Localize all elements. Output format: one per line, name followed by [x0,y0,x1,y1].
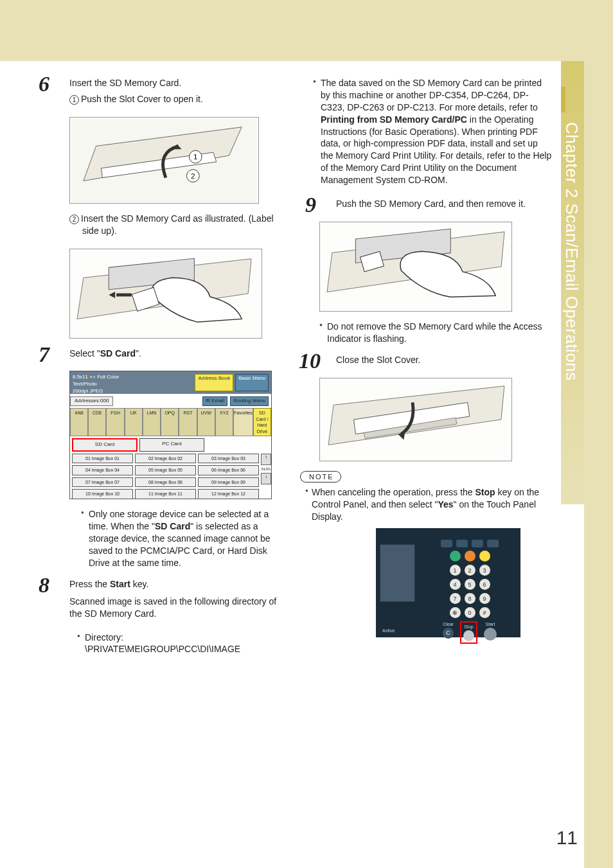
lcd-routing-menu-btn[interactable]: Routing Menu [230,396,269,406]
lcd-scroll: ↑ 01/01 ↓ [261,454,271,499]
substep-marker-1: 1 [69,95,79,105]
lcd-tab[interactable]: LMN [143,408,161,436]
lcd-tab[interactable]: RST [179,408,197,436]
lcd-image-box[interactable]: 09 Image Box 09 [198,477,259,487]
lcd-row2: Addresses:000 ✉ Email Routing Menu [70,394,271,408]
step-6-sub1: 1Push the Slot Cover to open it. [69,93,286,105]
lcd-tab[interactable]: UVW [197,408,215,436]
panel-fn-btn[interactable] [456,540,468,547]
keypad-5[interactable]: 5 [465,579,475,590]
stop-button[interactable] [463,630,474,641]
t: The data saved on the SD Memory Card can… [321,78,542,112]
stop-highlight: Stop [460,621,477,643]
keypad-0[interactable]: 0 [465,607,475,618]
lcd-pc-card-btn[interactable]: PC Card [139,438,204,452]
step-8: 8 Press the Start key. Scanned image is … [39,578,286,620]
step-7-bullet: Only one storage device can be selected … [81,508,286,569]
keypad-7[interactable]: 7 [450,593,461,604]
lcd-image-box[interactable]: 02 Image Box 02 [135,454,196,463]
t-bold: Printing from SD Memory Card/PC [321,114,467,125]
lcd-image-box[interactable]: 04 Image Box 04 [72,465,133,475]
keypad-6[interactable]: 6 [479,579,490,590]
step-6: 6 Insert the SD Memory Card. 1Push the S… [39,77,286,105]
stop-label: Stop [464,624,473,630]
keypad-hash[interactable]: # [479,607,490,618]
step-number: 7 [39,340,49,369]
content: 6 Insert the SD Memory Card. 1Push the S… [39,77,553,664]
figure-insert-card [69,249,262,339]
lcd-email-btn[interactable]: ✉ Email [202,396,227,406]
lcd-tab-sd-hdd[interactable]: SD Card / Hard Drive [253,408,271,436]
lcd-mode: Text/Photo [73,381,97,387]
scroll-up-icon[interactable]: ↑ [261,454,271,465]
t-bold: SD Card [100,348,136,359]
lcd-image-box[interactable]: 01 Image Box 01 [72,454,133,463]
step-6-sub2-wrap: 2Insert the SD Memory Card as illustrate… [39,213,286,237]
keypad-8[interactable]: 8 [465,593,475,604]
keypad-4[interactable]: 4 [450,579,461,590]
t-bold: Start [110,579,130,589]
dir-path: \PRIVATE\MEIGROUP\PCC\DI\IMAGE [85,644,240,654]
scroll-down-icon[interactable]: ↓ [261,473,271,484]
step-number: 10 [299,346,321,376]
lcd-color: Full Color [97,374,119,380]
lcd-sd-card-btn[interactable]: SD Card [72,438,138,452]
lcd-info: 8.5x11 ●● Full Color Text/Photo 200dpi J… [70,371,121,394]
clear-label: Clear [443,621,454,627]
lcd-res: 200dpi JPEG [73,388,103,394]
lcd-image-box[interactable]: 12 Image Box 12 [198,489,259,499]
lcd-basic-menu-btn[interactable]: Basic Menu [235,374,269,391]
start-button[interactable] [484,628,497,641]
lcd-address-book-btn[interactable]: Address Book [195,374,233,391]
keypad-2[interactable]: 2 [465,565,475,576]
step-number: 6 [39,69,49,99]
lcd-tab[interactable]: IJK [125,408,143,436]
keypad-1[interactable]: 1 [450,565,461,576]
t-bold: Yes [438,499,453,509]
lcd-tab-favorites[interactable]: Favorites [233,408,253,436]
lcd-alpha-tabs: #AB CDE FGH IJK LMN OPQ RST UVW XYZ Favo… [70,408,271,436]
lcd-storage-select: SD Card PC Card [70,436,271,454]
clear-button[interactable]: C [443,628,454,639]
lcd-tab[interactable]: #AB [70,408,88,436]
lcd-image-box[interactable]: 05 Image Box 05 [135,465,196,475]
scroll-indicator: 01/01 [261,466,271,472]
step-6-title: Insert the SD Memory Card. [69,77,286,89]
lcd-statusbar: 8.5x11 ●● Full Color Text/Photo 200dpi J… [70,371,271,394]
lcd-image-box[interactable]: 11 Image Box 11 [135,489,196,499]
panel-fn-btn[interactable] [441,540,452,547]
left-column: 6 Insert the SD Memory Card. 1Push the S… [39,77,286,664]
lcd-tab[interactable]: OPQ [161,408,179,436]
note-label: NOTE [305,471,341,483]
start-label: Start [484,621,497,627]
step-8-dir: Directory: \PRIVATE\MEIGROUP\PCC\DI\IMAG… [39,632,286,656]
t: Email [211,398,224,403]
lcd-tab[interactable]: CDE [88,408,106,436]
keypad-3[interactable]: 3 [479,565,490,576]
lcd-image-box[interactable]: 08 Image Box 08 [135,477,196,487]
t: When canceling the operation, press the [312,487,475,497]
lcd-image-box[interactable]: 06 Image Box 06 [198,465,259,475]
lcd-image-box[interactable]: 03 Image Box 03 [198,454,259,463]
right-band [584,61,613,868]
lcd-image-box[interactable]: 10 Image Box 10 [72,489,133,499]
panel-touchscreen[interactable] [380,544,415,602]
substep-marker-2: 2 [69,215,79,224]
step-9-notes: Do not remove the SD Memory Card while t… [305,321,553,345]
keypad-star[interactable]: ✻ [450,607,461,618]
panel-fn-btn[interactable] [472,540,483,547]
t-bold: SD Card [155,521,190,531]
panel-fn-btn[interactable] [487,540,499,547]
substep-2-text: Insert the SD Memory Card as illustrated… [81,213,274,236]
step-9: 9 Push the SD Memory Card, and then remo… [305,198,553,210]
lcd-tab[interactable]: FGH [106,408,124,436]
keypad-9[interactable]: 9 [479,593,490,604]
lcd-image-box[interactable]: 07 Image Box 07 [72,477,133,487]
step-7-title: Select "SD Card". [69,348,286,360]
step-8-title: Press the Start key. [69,578,286,590]
lcd-addresses: Addresses:000 [70,396,113,406]
spacer [206,438,269,452]
lcd-tab[interactable]: XYZ [215,408,233,436]
t: in the Operating Instructions (for Basic… [321,114,551,185]
figure-slot-cover: 1 2 [69,117,259,204]
